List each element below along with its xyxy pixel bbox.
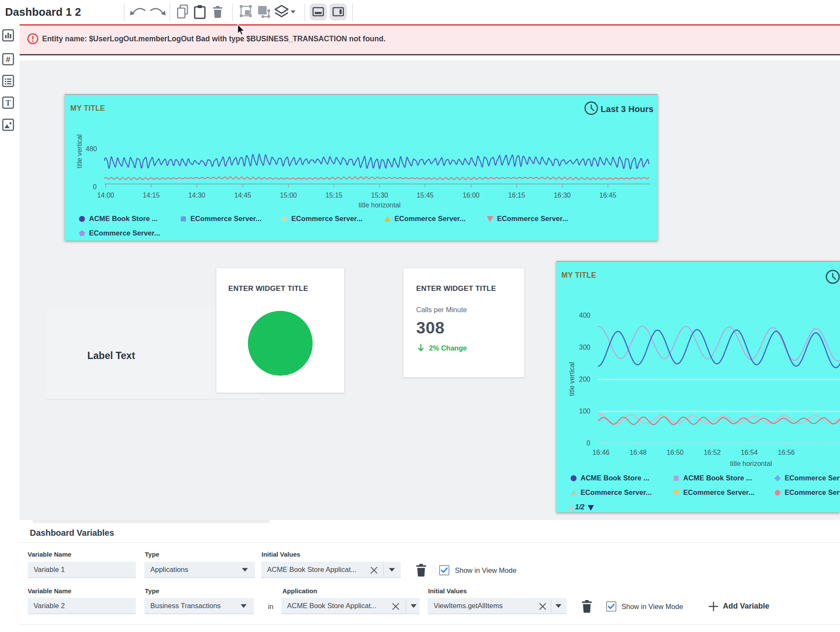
svg-text:T: T [6,99,11,107]
svg-text:#: # [6,55,11,64]
